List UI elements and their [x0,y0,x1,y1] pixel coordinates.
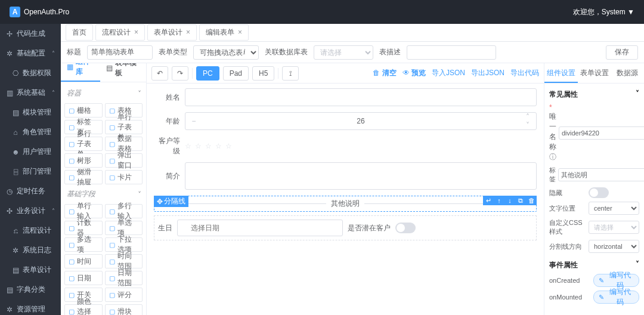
breadcrumb-tab[interactable]: 首页 [66,24,93,41]
sidebar-item[interactable]: ▤表单设计 [0,260,61,280]
edit-oncreated-button[interactable]: ✎ 编写代码 [593,274,639,287]
tab-form-settings[interactable]: 表单设置 [578,63,611,83]
dbtable-select[interactable]: 请选择 [314,45,373,60]
move-icon[interactable]: ✥ [157,197,163,206]
component-item[interactable]: ▢单行输入 [64,204,103,218]
title-input[interactable] [87,45,153,60]
device-h5[interactable]: H5 [252,66,274,81]
chevron-down-icon[interactable]: ˅ [137,89,140,98]
sel-up-icon[interactable]: ↑ [494,196,504,205]
sidebar-item[interactable]: ⎌流程设计 [0,221,61,240]
component-icon: ▢ [109,174,115,181]
tab-components[interactable]: ▦ 组件库 [61,63,100,82]
component-item[interactable]: ▢下拉选项 [105,237,143,252]
clear-button[interactable]: 🗑 清空 [373,68,396,78]
form-canvas: ↶ ↷ PC Pad H5 ⟟ 🗑 清空 👁 预览 导入JSON 导出JSON … [147,63,544,315]
device-pc[interactable]: PC [196,66,219,81]
device-pad[interactable]: Pad [223,66,249,81]
component-item[interactable]: ▢时间范围 [105,254,143,268]
sidebar-item[interactable]: ▤字典分类 [0,280,61,299]
component-item[interactable]: ▢滑块 [105,304,143,315]
prop-name-input[interactable] [559,126,644,140]
field-intro-label: 简介 [154,171,185,181]
sidebar-item[interactable]: ⎔数据权限 [0,63,61,83]
sidebar-item[interactable]: ▥系统基础˄ [0,83,61,103]
component-item[interactable]: ▢日期 [64,271,103,285]
component-item[interactable]: ▢树形 [64,153,103,168]
sidebar-item[interactable]: ✲资源管理 [0,299,61,315]
sel-down-icon[interactable]: ↓ [504,196,515,205]
sidebar-item[interactable]: ✢代码生成 [0,24,61,44]
desc-input[interactable] [407,45,496,60]
prop-direction-select[interactable]: horizontal [589,240,639,253]
component-item[interactable]: ▢单行子表单 [105,120,143,134]
preview-button[interactable]: 👁 预览 [402,68,426,78]
tree-view-button[interactable]: ⟟ [282,66,299,81]
sidebar-item[interactable]: ▤模块管理 [0,103,61,122]
field-intro-input[interactable] [185,162,537,190]
sidebar-item[interactable]: ✲基础配置˄ [0,44,61,63]
tab-component-settings[interactable]: 组件设置 [544,63,578,83]
component-item[interactable]: ▢计数器 [64,221,103,235]
sel-copy-icon[interactable]: ⧉ [515,196,526,205]
component-icon: ▢ [69,123,75,131]
component-item[interactable]: ▢日期范围 [105,271,143,285]
prop-label-input[interactable] [558,168,644,181]
field-age-stepper[interactable]: − 26 ˄˅ [185,112,537,130]
user-menu[interactable]: 欢迎您，System ▼ [573,7,634,17]
component-item[interactable]: ▢多选项 [64,237,103,252]
breadcrumb-tab[interactable]: 编辑表单 [199,24,249,41]
edit-onmounted-button[interactable]: ✎ 编写代码 [593,291,639,304]
sidebar-item[interactable]: ✣业务设计˄ [0,201,61,221]
age-increment[interactable]: ˄˅ [519,113,536,129]
component-item[interactable]: ▢颜色选择器 [64,304,103,315]
component-item[interactable]: ▢单选项 [105,221,143,235]
prop-css-select[interactable]: 请选择 [589,221,639,234]
component-item[interactable]: ▢侧滑抽屉 [64,170,103,184]
prop-hide-switch[interactable] [589,187,609,198]
component-item[interactable]: ▢多行子表单 [64,137,103,151]
redo-button[interactable]: ↷ [172,66,188,81]
selected-divider[interactable]: ✥分隔线 ↵ ↑ ↓ ⧉ 🗑 其他说明 [154,196,537,212]
formtype-select[interactable]: 可拖拽动态表单 [193,45,259,60]
field-birthday-input[interactable] [177,220,343,236]
sidebar-item[interactable]: ◷定时任务 [0,181,61,201]
tab-templates[interactable]: ▤ 表单模板 [100,63,146,82]
sel-delete-icon[interactable]: 🗑 [526,196,537,205]
save-button[interactable]: 保存 [606,45,638,60]
breadcrumb-tab[interactable]: 流程设计 [95,24,145,41]
component-item[interactable]: ▢多行输入 [105,204,143,218]
component-item[interactable]: ▢数据表格 [105,137,143,151]
component-icon: ▢ [69,274,75,282]
collapse-icon[interactable]: ˅ [636,260,639,270]
tab-datasource[interactable]: 数据源 [611,63,644,83]
export-json-button[interactable]: 导出JSON [471,68,504,78]
breadcrumb-tab[interactable]: 表单设计 [147,24,197,41]
sidebar-item[interactable]: ⌂角色管理 [0,122,61,142]
menu-icon: ▤ [6,286,13,294]
undo-button[interactable]: ↶ [151,66,168,81]
import-json-button[interactable]: 导入JSON [432,68,465,78]
component-icon: ▢ [69,140,75,148]
brand-text: OpenAuth.Pro [24,8,69,16]
chevron-down-icon[interactable]: ˅ [137,190,140,199]
sidebar-item[interactable]: ⌸部门管理 [0,162,61,181]
export-code-button[interactable]: 导出代码 [510,68,539,78]
sel-back-icon[interactable]: ↵ [483,196,494,205]
rating-input[interactable]: ☆☆☆☆☆ [185,142,232,150]
component-item[interactable]: ▢弹出窗口 [105,153,143,168]
field-age-label: 年龄 [154,116,185,126]
field-name-input[interactable] [185,88,537,106]
prop-position-select[interactable]: center [589,202,639,215]
field-lurk-switch[interactable] [395,223,416,233]
component-item[interactable]: ▢时间 [64,254,103,268]
component-item[interactable]: ▢评分 [105,288,143,302]
component-icon: ▢ [69,241,75,249]
sidebar-item[interactable]: ✲系统日志 [0,240,61,260]
sidebar-item[interactable]: ☻用户管理 [0,142,61,162]
component-icon: ▢ [109,224,115,232]
collapse-icon[interactable]: ˅ [636,89,639,100]
component-item[interactable]: ▢栅格 [64,103,103,118]
component-item[interactable]: ▢卡片 [105,170,143,184]
age-decrement[interactable]: − [185,113,202,129]
